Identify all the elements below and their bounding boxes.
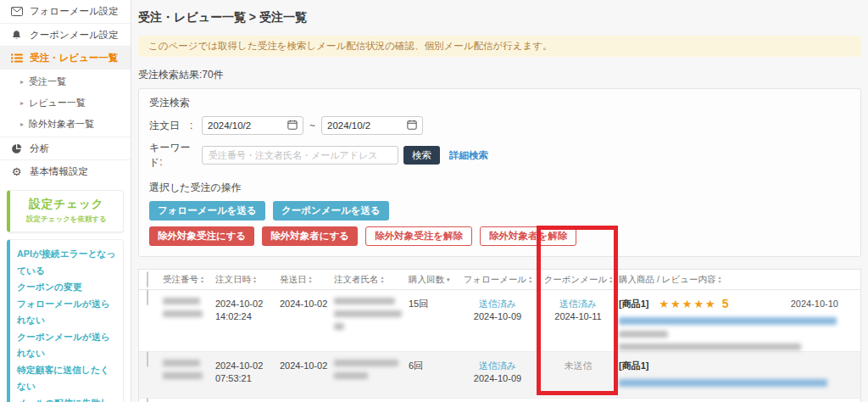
sort-icon[interactable]: ▴▾ xyxy=(529,276,531,283)
redacted-text xyxy=(163,298,200,304)
row-checkbox[interactable] xyxy=(147,289,148,305)
redacted-review-link[interactable] xyxy=(619,317,837,325)
help-link-coupon-mail-not-sent[interactable]: クーポンメールが送られない xyxy=(17,329,116,362)
cell-purchases: 4回 xyxy=(409,399,458,402)
coupon-mail-date: 2024-10-11 xyxy=(537,310,619,323)
redacted-text xyxy=(334,323,344,330)
exclude-customer-button[interactable]: 除外対象者にする xyxy=(262,226,358,246)
search-panel: 受注検索 注文日 : 2024/10/2 ~ 2024/10/2 キーワード: … xyxy=(138,88,861,257)
calendar-icon[interactable] xyxy=(407,120,417,131)
sort-icon[interactable]: ▴▾ xyxy=(309,276,312,283)
sort-icon[interactable]: ▴▾ xyxy=(609,276,612,283)
redacted-text xyxy=(334,360,398,366)
sort-icon[interactable]: ▴▾ xyxy=(253,276,256,283)
gear-icon: ⚙ xyxy=(10,166,23,177)
sort-icon[interactable]: ▴▾ xyxy=(381,276,384,283)
cell-order-datetime: 2024-10-0203:53:11 xyxy=(215,399,280,402)
unexclude-customer-button[interactable]: 除外対象者を解除 xyxy=(480,226,576,246)
notice-banner: このページでは取得した受注を検索しメール配信状況の確認、個別メール配信が行えます… xyxy=(138,36,861,57)
mail-icon xyxy=(10,7,23,16)
sidebar-item-label: 基本情報設定 xyxy=(30,165,88,178)
redacted-text xyxy=(163,372,203,379)
redacted-text xyxy=(334,372,368,379)
cell-follow-mail: 送信済み 2024-10-09 xyxy=(458,399,537,402)
table-row[interactable]: 2024-10-0214:02:24 2024-10-02 15回 送信済み 2… xyxy=(139,290,860,352)
sidebar-item-basic-settings[interactable]: ⚙ 基本情報設定 xyxy=(0,159,131,182)
help-link-coupon-change[interactable]: クーポンの変更 xyxy=(17,279,116,296)
date-to-input[interactable]: 2024/10/2 xyxy=(321,116,423,135)
list-icon xyxy=(10,53,23,63)
sidebar-subitem-review-list[interactable]: ▸ レビュー一覧 xyxy=(0,92,131,114)
settings-check-card[interactable]: 設定チェック 設定チェックを依頼する xyxy=(7,190,124,232)
calendar-icon[interactable] xyxy=(287,120,298,131)
column-header-products[interactable]: 購入商品 / レビュー内容▴▾ xyxy=(619,274,860,286)
star-rating-icon: ★★★★★ xyxy=(659,298,716,310)
help-link-exclude-customer[interactable]: 特定顧客に送信したくない xyxy=(17,362,116,395)
page-title: 受注・レビュー一覧 > 受注一覧 xyxy=(138,7,861,25)
redacted-text xyxy=(334,310,402,317)
sidebar-subitem-label: レビュー一覧 xyxy=(29,97,86,109)
help-link-api-error[interactable]: APIが接続エラーとなっている xyxy=(17,246,116,279)
sidebar-item-label: 分析 xyxy=(30,142,49,155)
search-panel-title: 受注検索 xyxy=(149,96,850,110)
cell-order-no xyxy=(163,290,215,356)
sidebar-subitem-order-list[interactable]: ▸ 受注一覧 xyxy=(0,71,131,92)
cell-order-datetime: 2024-10-0207:53:21 xyxy=(215,352,280,398)
send-coupon-mail-button[interactable]: クーポンメールを送る xyxy=(273,201,389,221)
exclude-order-button[interactable]: 除外対象受注にする xyxy=(149,226,254,246)
pie-chart-icon xyxy=(10,143,23,154)
select-all-checkbox[interactable] xyxy=(147,271,148,288)
cell-follow-mail: 送信済み 2024-10-09 xyxy=(458,352,537,398)
cell-ship-date: 2024-10-02 xyxy=(280,290,334,356)
help-link-follow-mail-not-sent[interactable]: フォローメールが送られない xyxy=(17,296,116,329)
cell-order-datetime: 2024-10-0214:02:24 xyxy=(215,290,280,356)
help-links-card: APIが接続エラーとなっている クーポンの変更 フォローメールが送られない クー… xyxy=(7,239,124,402)
cell-customer xyxy=(334,399,409,402)
column-header-customer[interactable]: 注文者氏名▴▾ xyxy=(334,274,409,286)
column-header-purchases[interactable]: 購入回数▾ xyxy=(409,274,458,286)
redacted-text xyxy=(334,298,395,304)
date-from-value: 2024/10/2 xyxy=(208,120,251,131)
advanced-search-link[interactable]: 詳細検索 xyxy=(449,149,488,162)
sort-icon[interactable]: ▴▾ xyxy=(719,276,721,283)
sort-icon[interactable]: ▴▾ xyxy=(201,276,203,283)
follow-mail-status: 送信済み xyxy=(458,360,537,372)
column-header-order-no[interactable]: 受注番号▴▾ xyxy=(163,274,215,286)
sidebar: フォローメール設定 クーポンメール設定 受注・レビュー一覧 ▸ 受注一覧 ▸ レ… xyxy=(0,0,131,402)
date-from-input[interactable]: 2024/10/2 xyxy=(202,116,303,135)
row-checkbox[interactable] xyxy=(147,398,148,402)
cell-follow-mail: 送信済み 2024-10-09 xyxy=(458,290,537,356)
coupon-mail-status: 未送信 xyxy=(537,360,619,372)
cell-products: [商品1] [商品2] xyxy=(619,399,860,402)
cell-coupon-mail: 未送信 xyxy=(537,352,619,398)
sort-desc-icon[interactable]: ▾ xyxy=(447,276,450,283)
help-link-mail-delivery-failed[interactable]: メールの配信に失敗している xyxy=(17,395,116,402)
unexclude-order-button[interactable]: 除外対象受注を解除 xyxy=(365,226,472,246)
sidebar-item-order-review-list[interactable]: 受注・レビュー一覧 xyxy=(0,46,131,69)
cell-purchases: 15回 xyxy=(409,290,458,356)
column-header-follow-mail[interactable]: フォローメール▴▾ xyxy=(458,274,537,286)
sidebar-item-follow-mail-settings[interactable]: フォローメール設定 xyxy=(0,0,131,23)
follow-mail-date: 2024-10-09 xyxy=(458,310,537,323)
column-header-order-datetime[interactable]: 注文日時▴▾ xyxy=(215,274,280,286)
sidebar-subitem-excluded-list[interactable]: ▸ 除外対象者一覧 xyxy=(0,114,131,135)
redacted-review-link[interactable] xyxy=(619,379,827,387)
search-button[interactable]: 検索 xyxy=(403,146,440,165)
exclude-actions-row: 除外対象受注にする 除外対象者にする 除外対象受注を解除 除外対象者を解除 xyxy=(149,226,850,246)
sidebar-subitem-label: 除外対象者一覧 xyxy=(29,118,94,131)
table-row[interactable]: 2024-10-0203:53:11 2024-10-02 4回 送信済み 20… xyxy=(139,399,860,402)
sidebar-submenu: ▸ 受注一覧 ▸ レビュー一覧 ▸ 除外対象者一覧 xyxy=(0,69,131,137)
date-to-value: 2024/10/2 xyxy=(327,120,370,131)
triangle-right-icon: ▸ xyxy=(20,99,24,107)
product-label: [商品1] xyxy=(619,298,648,310)
table-row[interactable]: 2024-10-0207:53:21 2024-10-02 6回 送信済み 20… xyxy=(139,352,860,399)
sidebar-item-analysis[interactable]: 分析 xyxy=(0,137,131,159)
sidebar-item-coupon-mail-settings[interactable]: クーポンメール設定 xyxy=(0,23,131,46)
row-checkbox[interactable] xyxy=(147,351,148,367)
cell-ship-date: 2024-10-02 xyxy=(280,399,334,402)
keyword-input[interactable] xyxy=(202,146,398,165)
send-follow-mail-button[interactable]: フォローメールを送る xyxy=(149,201,265,221)
cell-order-no xyxy=(163,352,215,398)
column-header-ship-date[interactable]: 発送日▴▾ xyxy=(280,274,334,286)
column-header-coupon-mail[interactable]: クーポンメール▴▾ xyxy=(537,274,619,286)
